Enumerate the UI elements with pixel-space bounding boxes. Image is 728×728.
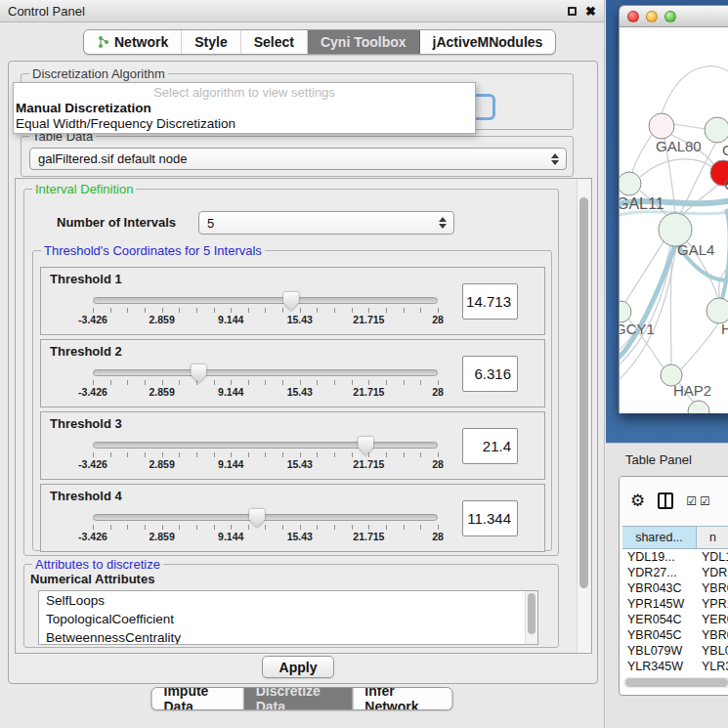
network-canvas[interactable]: GAL80GACGAL11GAL4GCY1HHAP2 (619, 27, 728, 413)
network-node[interactable] (620, 172, 641, 195)
close-window-icon[interactable] (627, 11, 639, 22)
close-icon[interactable]: ✖ (585, 5, 596, 18)
algorithm-options: Manual DiscretizationEqual Width/Frequen… (14, 101, 475, 132)
table-row[interactable]: YLR345WYLR3 (622, 660, 728, 675)
algorithm-option[interactable]: Manual Discretization (14, 101, 475, 116)
number-of-intervals-value: 5 (207, 216, 214, 231)
threshold-label: Threshold 3 (50, 416, 122, 431)
column-header-shared-name[interactable]: shared... (622, 527, 697, 548)
tab-infer-network[interactable]: Infer Network (353, 688, 451, 709)
threshold-value-field[interactable]: 14.713 (462, 283, 518, 320)
tab-jactivemnodules[interactable]: jActiveMNodules (420, 30, 556, 54)
tab-label: Select (254, 34, 294, 50)
attribute-list-item[interactable]: TopologicalCoefficient (39, 610, 537, 628)
threshold-slider-track[interactable] (93, 514, 438, 521)
network-node[interactable] (649, 113, 674, 139)
stepper-icon (439, 217, 447, 229)
tab-impute-data[interactable]: Impute Data (152, 688, 244, 709)
cell-shared-name: YBR045C (622, 628, 697, 644)
scrollbar-thumb[interactable] (625, 678, 728, 687)
checkbox-checked-icon[interactable]: ☑ (700, 494, 711, 508)
threshold-value-field[interactable]: 21.4 (462, 428, 518, 464)
column-header-name[interactable]: n (697, 527, 728, 548)
table-row[interactable]: YDL19...YDL1 (622, 550, 728, 566)
table-row[interactable]: YBL079WYBL0 (622, 644, 728, 660)
tab-label: jActiveMNodules (433, 34, 543, 50)
node-label: C (724, 176, 728, 193)
split-view-icon[interactable] (658, 492, 673, 509)
checkbox-checked-icon[interactable]: ☑ (686, 494, 698, 508)
axis-tick-label: 9.144 (218, 386, 243, 398)
scrollbar-thumb[interactable] (528, 593, 535, 634)
threshold-slider-track[interactable] (93, 297, 438, 304)
node-label: GA (722, 142, 728, 158)
attributes-group-title: Attributes to discretize (32, 557, 163, 572)
table-row[interactable]: YBR043CYBR0 (622, 581, 728, 597)
axis-tick-label: -3.426 (78, 386, 107, 398)
cell-name: YPR1 (697, 597, 728, 613)
scrollbar-thumb[interactable] (579, 197, 588, 588)
threshold-box-4: Threshold 4-3.4262.8599.14415.4321.71528… (40, 484, 545, 552)
threshold-value-field[interactable]: 11.344 (462, 500, 518, 536)
axis-tick-label: 21.715 (353, 458, 384, 470)
threshold-box-1: Threshold 1-3.4262.8599.14415.4321.71528… (40, 267, 545, 335)
network-node[interactable] (705, 117, 728, 143)
axis-tick-label: 21.715 (353, 531, 384, 542)
algorithm-option[interactable]: Equal Width/Frequency Discretization (14, 116, 475, 132)
float-window-icon[interactable] (568, 7, 577, 16)
axis-tick-label: 2.859 (149, 386, 174, 398)
attribute-list-item[interactable]: BetweennessCentrality (39, 628, 537, 645)
tab-style[interactable]: Style (182, 30, 240, 54)
threshold-value-field[interactable]: 6.316 (462, 356, 518, 392)
network-window: GAL80GACGAL11GAL4GCY1HHAP2 (619, 5, 728, 413)
table-data-combobox[interactable]: galFiltered.sif default node (29, 148, 567, 170)
network-desktop: GAL80GACGAL11GAL4GCY1HHAP2 (606, 0, 728, 443)
tab-select[interactable]: Select (241, 30, 308, 54)
gear-icon[interactable]: ⚙ (630, 492, 645, 509)
threshold-box-2: Threshold 2-3.4262.8599.14415.4321.71528… (40, 339, 545, 407)
slider-tick-marks (93, 380, 439, 385)
axis-tick-label: 9.144 (218, 531, 243, 542)
number-of-intervals-combobox[interactable]: 5 (198, 211, 454, 235)
tab-cyni-toolbox[interactable]: Cyni Toolbox (308, 30, 420, 54)
table-rows: YDL19...YDL1YDR27...YDR2YBR043CYBR0YPR14… (622, 550, 728, 680)
numerical-attributes-list[interactable]: SelfLoopsTopologicalCoefficientBetweenne… (38, 590, 538, 645)
table-row[interactable]: YDR27...YDR2 (622, 566, 728, 581)
tab-label: Style (194, 34, 227, 50)
axis-tick-label: 28 (432, 531, 444, 542)
table-row[interactable]: YPR145WYPR1 (622, 597, 728, 613)
algorithm-dropdown-popup: Select algorithm to view settings Manual… (13, 82, 476, 134)
threshold-box-3: Threshold 3-3.4262.8599.14415.4321.71528… (40, 411, 545, 480)
tab-discretize-data[interactable]: Discretize Data (244, 688, 354, 709)
network-node[interactable] (688, 401, 709, 413)
axis-tick-label: 2.859 (149, 314, 174, 325)
minimize-window-icon[interactable] (646, 11, 658, 22)
axis-tick-label: 21.715 (353, 386, 384, 398)
table-row[interactable]: YER054CYER0 (622, 613, 728, 628)
table-row[interactable]: YBR045CYBR0 (622, 628, 728, 644)
thresholds-group: Threshold's Coordinates for 5 Intervals … (32, 250, 552, 551)
cell-name: YDL1 (697, 550, 728, 566)
attributes-scrollbar[interactable] (525, 591, 537, 644)
zoom-window-icon[interactable] (664, 11, 676, 22)
table-horizontal-scrollbar[interactable] (623, 677, 728, 688)
node-label: GAL80 (656, 138, 702, 154)
settings-vertical-scrollbar[interactable] (577, 180, 590, 653)
threshold-label: Threshold 2 (50, 344, 122, 359)
node-label: GCY1 (620, 321, 655, 337)
axis-tick-label: 21.715 (353, 314, 384, 325)
threshold-slider-track[interactable] (93, 442, 438, 449)
numerical-attributes-label: Numerical Attributes (30, 572, 154, 586)
column-checkboxes[interactable]: ☑☑ (686, 494, 711, 508)
table-panel-toolbar: ⚙ ☑☑ (620, 477, 728, 525)
control-panel-titlebar: Control Panel ✖ (0, 0, 604, 22)
threshold-slider-track[interactable] (93, 369, 438, 376)
axis-tick-label: 15.43 (287, 531, 313, 542)
tab-network[interactable]: Network (84, 30, 182, 54)
axis-tick-label: 9.144 (218, 458, 243, 470)
attribute-list-item[interactable]: SelfLoops (39, 591, 537, 610)
axis-tick-label: -3.426 (78, 458, 107, 470)
thresholds-group-title: Threshold's Coordinates for 5 Intervals (41, 243, 265, 258)
cell-name: YBR0 (697, 628, 728, 644)
apply-button[interactable]: Apply (262, 656, 334, 678)
